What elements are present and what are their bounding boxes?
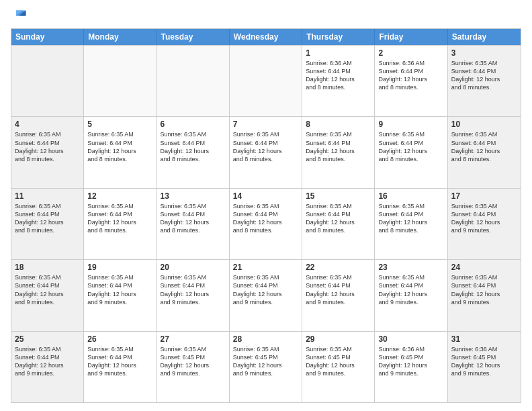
- cal-cell-3: 3Sunrise: 6:35 AM Sunset: 6:44 PM Daylig…: [448, 46, 521, 116]
- day-info: Sunrise: 6:35 AM Sunset: 6:44 PM Dayligh…: [378, 130, 443, 163]
- cal-cell-8: 8Sunrise: 6:35 AM Sunset: 6:44 PM Daylig…: [302, 117, 375, 187]
- day-info: Sunrise: 6:35 AM Sunset: 6:44 PM Dayligh…: [87, 345, 152, 378]
- day-number: 31: [451, 334, 517, 344]
- day-number: 11: [15, 191, 80, 201]
- day-info: Sunrise: 6:35 AM Sunset: 6:44 PM Dayligh…: [378, 273, 443, 306]
- logo: [11, 8, 30, 21]
- cal-cell-empty-0-3: [230, 46, 302, 116]
- cal-cell-18: 18Sunrise: 6:35 AM Sunset: 6:44 PM Dayli…: [11, 260, 84, 330]
- day-info: Sunrise: 6:35 AM Sunset: 6:44 PM Dayligh…: [15, 273, 80, 306]
- cal-cell-13: 13Sunrise: 6:35 AM Sunset: 6:44 PM Dayli…: [157, 189, 230, 259]
- cal-cell-9: 9Sunrise: 6:35 AM Sunset: 6:44 PM Daylig…: [375, 117, 447, 187]
- day-info: Sunrise: 6:35 AM Sunset: 6:44 PM Dayligh…: [15, 202, 80, 235]
- day-info: Sunrise: 6:35 AM Sunset: 6:44 PM Dayligh…: [451, 59, 517, 92]
- header-day-wednesday: Wednesday: [230, 29, 302, 45]
- cal-cell-27: 27Sunrise: 6:35 AM Sunset: 6:45 PM Dayli…: [157, 332, 230, 402]
- day-number: 26: [87, 334, 152, 344]
- day-info: Sunrise: 6:35 AM Sunset: 6:44 PM Dayligh…: [87, 202, 152, 235]
- cal-cell-empty-0-0: [11, 46, 84, 116]
- day-number: 22: [306, 263, 371, 272]
- day-number: 15: [306, 191, 371, 201]
- cal-cell-25: 25Sunrise: 6:35 AM Sunset: 6:44 PM Dayli…: [11, 332, 84, 402]
- day-info: Sunrise: 6:36 AM Sunset: 6:44 PM Dayligh…: [378, 59, 443, 92]
- day-number: 1: [306, 48, 371, 58]
- day-number: 3: [451, 48, 517, 58]
- day-info: Sunrise: 6:36 AM Sunset: 6:45 PM Dayligh…: [451, 345, 517, 378]
- header-day-monday: Monday: [84, 29, 157, 45]
- day-number: 21: [233, 263, 298, 272]
- header: [11, 8, 521, 21]
- cal-cell-10: 10Sunrise: 6:35 AM Sunset: 6:44 PM Dayli…: [448, 117, 521, 187]
- day-number: 30: [378, 334, 443, 344]
- page: SundayMondayTuesdayWednesdayThursdayFrid…: [0, 0, 532, 411]
- day-number: 17: [451, 191, 517, 201]
- day-number: 7: [233, 120, 298, 129]
- cal-cell-2: 2Sunrise: 6:36 AM Sunset: 6:44 PM Daylig…: [375, 46, 447, 116]
- day-info: Sunrise: 6:35 AM Sunset: 6:44 PM Dayligh…: [306, 130, 371, 163]
- day-number: 5: [87, 120, 152, 129]
- day-number: 28: [233, 334, 298, 344]
- day-info: Sunrise: 6:35 AM Sunset: 6:44 PM Dayligh…: [233, 130, 298, 163]
- day-info: Sunrise: 6:35 AM Sunset: 6:44 PM Dayligh…: [306, 202, 371, 235]
- day-number: 6: [161, 120, 226, 129]
- cal-cell-21: 21Sunrise: 6:35 AM Sunset: 6:44 PM Dayli…: [230, 260, 302, 330]
- cal-cell-29: 29Sunrise: 6:35 AM Sunset: 6:45 PM Dayli…: [302, 332, 375, 402]
- day-number: 14: [233, 191, 298, 201]
- header-day-sunday: Sunday: [11, 29, 84, 45]
- cal-cell-empty-0-2: [157, 46, 230, 116]
- cal-cell-empty-0-1: [84, 46, 157, 116]
- day-info: Sunrise: 6:35 AM Sunset: 6:44 PM Dayligh…: [161, 130, 226, 163]
- day-number: 25: [15, 334, 80, 344]
- day-info: Sunrise: 6:35 AM Sunset: 6:44 PM Dayligh…: [378, 202, 443, 235]
- cal-cell-23: 23Sunrise: 6:35 AM Sunset: 6:44 PM Dayli…: [375, 260, 447, 330]
- week-row-4: 18Sunrise: 6:35 AM Sunset: 6:44 PM Dayli…: [11, 259, 521, 330]
- calendar: SundayMondayTuesdayWednesdayThursdayFrid…: [11, 28, 521, 403]
- day-number: 10: [451, 120, 517, 129]
- day-number: 29: [306, 334, 371, 344]
- cal-cell-26: 26Sunrise: 6:35 AM Sunset: 6:44 PM Dayli…: [84, 332, 157, 402]
- day-number: 18: [15, 263, 80, 272]
- day-number: 2: [378, 48, 443, 58]
- day-number: 9: [378, 120, 443, 129]
- day-number: 8: [306, 120, 371, 129]
- day-info: Sunrise: 6:35 AM Sunset: 6:44 PM Dayligh…: [87, 130, 152, 163]
- cal-cell-15: 15Sunrise: 6:35 AM Sunset: 6:44 PM Dayli…: [302, 189, 375, 259]
- day-number: 16: [378, 191, 443, 201]
- week-row-2: 4Sunrise: 6:35 AM Sunset: 6:44 PM Daylig…: [11, 116, 521, 187]
- day-info: Sunrise: 6:35 AM Sunset: 6:44 PM Dayligh…: [15, 130, 80, 163]
- day-info: Sunrise: 6:35 AM Sunset: 6:44 PM Dayligh…: [306, 273, 371, 306]
- day-info: Sunrise: 6:35 AM Sunset: 6:44 PM Dayligh…: [161, 202, 226, 235]
- cal-cell-17: 17Sunrise: 6:35 AM Sunset: 6:44 PM Dayli…: [448, 189, 521, 259]
- header-day-tuesday: Tuesday: [157, 29, 230, 45]
- day-info: Sunrise: 6:35 AM Sunset: 6:44 PM Dayligh…: [451, 273, 517, 306]
- day-number: 20: [161, 263, 226, 272]
- cal-cell-20: 20Sunrise: 6:35 AM Sunset: 6:44 PM Dayli…: [157, 260, 230, 330]
- cal-cell-6: 6Sunrise: 6:35 AM Sunset: 6:44 PM Daylig…: [157, 117, 230, 187]
- cal-cell-1: 1Sunrise: 6:36 AM Sunset: 6:44 PM Daylig…: [302, 46, 375, 116]
- day-info: Sunrise: 6:35 AM Sunset: 6:44 PM Dayligh…: [233, 202, 298, 235]
- cal-cell-4: 4Sunrise: 6:35 AM Sunset: 6:44 PM Daylig…: [11, 117, 84, 187]
- cal-cell-11: 11Sunrise: 6:35 AM Sunset: 6:44 PM Dayli…: [11, 189, 84, 259]
- day-info: Sunrise: 6:35 AM Sunset: 6:44 PM Dayligh…: [87, 273, 152, 306]
- cal-cell-28: 28Sunrise: 6:35 AM Sunset: 6:45 PM Dayli…: [230, 332, 302, 402]
- header-day-saturday: Saturday: [448, 29, 521, 45]
- day-info: Sunrise: 6:35 AM Sunset: 6:45 PM Dayligh…: [161, 345, 226, 378]
- day-number: 23: [378, 263, 443, 272]
- calendar-header: SundayMondayTuesdayWednesdayThursdayFrid…: [11, 29, 521, 45]
- cal-cell-30: 30Sunrise: 6:36 AM Sunset: 6:45 PM Dayli…: [375, 332, 447, 402]
- day-info: Sunrise: 6:35 AM Sunset: 6:44 PM Dayligh…: [451, 130, 517, 163]
- cal-cell-16: 16Sunrise: 6:35 AM Sunset: 6:44 PM Dayli…: [375, 189, 447, 259]
- week-row-5: 25Sunrise: 6:35 AM Sunset: 6:44 PM Dayli…: [11, 331, 521, 402]
- day-number: 12: [87, 191, 152, 201]
- cal-cell-7: 7Sunrise: 6:35 AM Sunset: 6:44 PM Daylig…: [230, 117, 302, 187]
- day-info: Sunrise: 6:35 AM Sunset: 6:44 PM Dayligh…: [15, 345, 80, 378]
- week-row-1: 1Sunrise: 6:36 AM Sunset: 6:44 PM Daylig…: [11, 45, 521, 116]
- header-day-thursday: Thursday: [302, 29, 375, 45]
- day-number: 24: [451, 263, 517, 272]
- day-number: 27: [161, 334, 226, 344]
- cal-cell-31: 31Sunrise: 6:36 AM Sunset: 6:45 PM Dayli…: [448, 332, 521, 402]
- week-row-3: 11Sunrise: 6:35 AM Sunset: 6:44 PM Dayli…: [11, 188, 521, 259]
- cal-cell-14: 14Sunrise: 6:35 AM Sunset: 6:44 PM Dayli…: [230, 189, 302, 259]
- day-info: Sunrise: 6:36 AM Sunset: 6:44 PM Dayligh…: [306, 59, 371, 92]
- cal-cell-24: 24Sunrise: 6:35 AM Sunset: 6:44 PM Dayli…: [448, 260, 521, 330]
